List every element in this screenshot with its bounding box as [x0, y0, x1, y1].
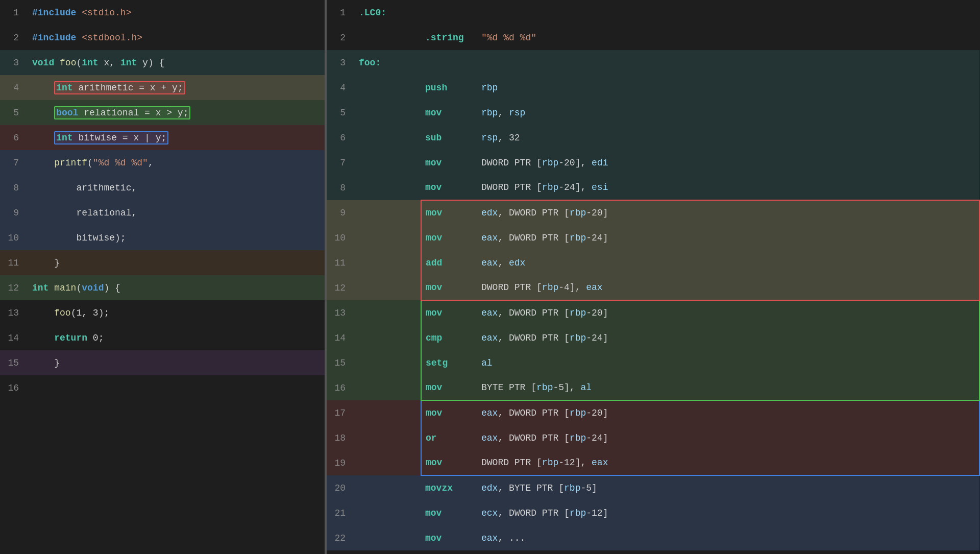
asm-line-number: 4 — [327, 75, 355, 100]
asm-label — [355, 500, 421, 525]
asm-label — [355, 75, 421, 100]
source-line: void foo(int x, int y) { — [28, 50, 325, 75]
asm-args: eax, DWORD PTR [rbp-24] — [477, 425, 979, 450]
source-line — [28, 375, 325, 400]
asm-line-number: 13 — [327, 300, 355, 325]
asm-opcode: mov — [421, 275, 477, 300]
asm-label — [355, 475, 421, 500]
asm-opcode: mov — [421, 500, 477, 525]
asm-line-number: 17 — [327, 400, 355, 425]
asm-line-number: 21 — [327, 500, 355, 525]
asm-label — [355, 400, 421, 425]
line-number: 9 — [0, 200, 28, 225]
source-line: arithmetic, — [28, 175, 325, 200]
asm-args: DWORD PTR [rbp-12], eax — [477, 450, 979, 475]
asm-row: 11addeax, edx — [327, 250, 979, 275]
asm-args: al — [477, 350, 979, 375]
line-number: 2 — [0, 25, 28, 50]
asm-opcode — [421, 50, 477, 75]
asm-row: 5movrbp, rsp — [327, 100, 979, 125]
line-number: 11 — [0, 250, 28, 275]
asm-label — [355, 300, 421, 325]
line-number: 3 — [0, 50, 28, 75]
line-number: 13 — [0, 300, 28, 325]
assembly-code-table: 1.LC0:2.string"%d %d %d"3foo:4pushrbp5mo… — [327, 0, 980, 550]
asm-opcode: cmp — [421, 325, 477, 350]
asm-label — [355, 350, 421, 375]
line-number: 4 — [0, 75, 28, 100]
asm-row: 17moveax, DWORD PTR [rbp-20] — [327, 400, 979, 425]
asm-opcode: setg — [421, 350, 477, 375]
source-line: foo(1, 3); — [28, 300, 325, 325]
asm-row: 2.string"%d %d %d" — [327, 25, 979, 50]
asm-args: eax, DWORD PTR [rbp-20] — [477, 300, 979, 325]
source-line: bool relational = x > y; — [28, 100, 325, 125]
source-line: } — [28, 350, 325, 375]
asm-label — [355, 225, 421, 250]
asm-label — [355, 175, 421, 200]
asm-opcode: sub — [421, 125, 477, 150]
asm-line-number: 12 — [327, 275, 355, 300]
asm-row: 9movedx, DWORD PTR [rbp-20] — [327, 200, 979, 225]
asm-row: 4pushrbp — [327, 75, 979, 100]
asm-args: rbp — [477, 75, 979, 100]
source-line: #include <stdbool.h> — [28, 25, 325, 50]
asm-args: eax, edx — [477, 250, 979, 275]
asm-label — [355, 100, 421, 125]
asm-line-number: 2 — [327, 25, 355, 50]
source-line: bitwise); — [28, 225, 325, 250]
asm-args: BYTE PTR [rbp-5], al — [477, 375, 979, 400]
source-line: } — [28, 250, 325, 275]
asm-line-number: 6 — [327, 125, 355, 150]
asm-label — [355, 450, 421, 475]
source-line: relational, — [28, 200, 325, 225]
asm-line-number: 7 — [327, 150, 355, 175]
asm-row: 20movzxedx, BYTE PTR [rbp-5] — [327, 475, 979, 500]
asm-args: edx, DWORD PTR [rbp-20] — [477, 200, 979, 225]
asm-opcode — [421, 0, 477, 25]
asm-row: 14cmpeax, DWORD PTR [rbp-24] — [327, 325, 979, 350]
asm-label — [355, 150, 421, 175]
asm-opcode: mov — [421, 100, 477, 125]
asm-row: 1.LC0: — [327, 0, 979, 25]
asm-args: ecx, DWORD PTR [rbp-12] — [477, 500, 979, 525]
asm-line-number: 16 — [327, 375, 355, 400]
asm-label — [355, 125, 421, 150]
asm-row: 16movBYTE PTR [rbp-5], al — [327, 375, 979, 400]
asm-args: DWORD PTR [rbp-4], eax — [477, 275, 979, 300]
source-line: #include <stdio.h> — [28, 0, 325, 25]
asm-opcode: .string — [421, 25, 477, 50]
asm-opcode: mov — [421, 375, 477, 400]
asm-label — [355, 25, 421, 50]
asm-line-number: 18 — [327, 425, 355, 450]
asm-label — [355, 275, 421, 300]
asm-row: 3foo: — [327, 50, 979, 75]
asm-row: 10moveax, DWORD PTR [rbp-24] — [327, 225, 979, 250]
asm-label: .LC0: — [355, 0, 421, 25]
asm-opcode: add — [421, 250, 477, 275]
asm-row: 21movecx, DWORD PTR [rbp-12] — [327, 500, 979, 525]
asm-opcode: mov — [421, 200, 477, 225]
line-number: 12 — [0, 275, 28, 300]
asm-line-number: 3 — [327, 50, 355, 75]
asm-line-number: 10 — [327, 225, 355, 250]
asm-opcode: movzx — [421, 475, 477, 500]
asm-opcode: mov — [421, 525, 477, 550]
asm-opcode: mov — [421, 225, 477, 250]
asm-line-number: 8 — [327, 175, 355, 200]
asm-line-number: 22 — [327, 525, 355, 550]
line-number: 15 — [0, 350, 28, 375]
asm-row: 13moveax, DWORD PTR [rbp-20] — [327, 300, 979, 325]
left-panel: 1#include <stdio.h>2#include <stdbool.h>… — [0, 0, 327, 554]
asm-args: edx, BYTE PTR [rbp-5] — [477, 475, 979, 500]
asm-row: 22moveax, ... — [327, 525, 979, 550]
asm-opcode: mov — [421, 150, 477, 175]
right-panel: 1.LC0:2.string"%d %d %d"3foo:4pushrbp5mo… — [327, 0, 980, 554]
asm-opcode: mov — [421, 450, 477, 475]
asm-opcode: mov — [421, 300, 477, 325]
line-number: 5 — [0, 100, 28, 125]
asm-label: foo: — [355, 50, 421, 75]
asm-line-number: 20 — [327, 475, 355, 500]
asm-opcode: mov — [421, 175, 477, 200]
source-line: int bitwise = x | y; — [28, 125, 325, 150]
